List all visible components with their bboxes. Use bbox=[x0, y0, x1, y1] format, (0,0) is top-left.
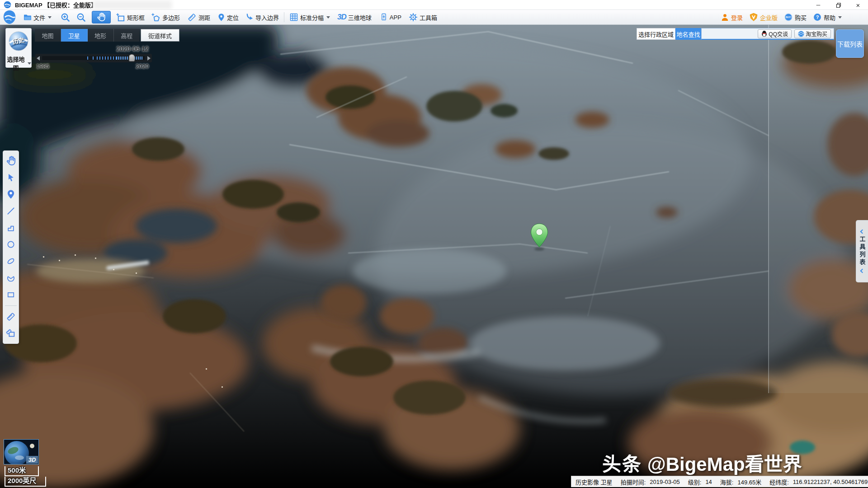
place-search-button[interactable]: 地名查找 bbox=[675, 28, 701, 40]
map-marker-pin[interactable] bbox=[529, 223, 550, 252]
question-icon: ? bbox=[813, 13, 822, 22]
choose-map-label[interactable]: 选择地图 bbox=[6, 55, 31, 72]
taobao-buy-button[interactable]: 淘宝购买 bbox=[794, 29, 831, 38]
enterprise-button[interactable]: 企业版 bbox=[748, 11, 779, 23]
globe-3d-button[interactable]: 3D 三维地球 bbox=[336, 11, 373, 23]
title-bar: BIGEMAP 【已授权：全能版】 ─ × bbox=[0, 0, 868, 10]
toolbox-button[interactable]: 工具箱 bbox=[407, 11, 439, 23]
locate-button[interactable]: 定位 bbox=[216, 11, 240, 23]
chevron-left-icon bbox=[860, 269, 864, 273]
rect-box-button[interactable]: 矩形框 bbox=[114, 11, 146, 23]
tool-circle[interactable] bbox=[5, 239, 17, 250]
tool-area-measure[interactable] bbox=[5, 328, 17, 339]
maximize-button[interactable] bbox=[828, 0, 848, 10]
select-arrow-icon bbox=[6, 173, 15, 182]
app-title: BIGEMAP 【已授权：全能版】 bbox=[15, 0, 97, 9]
phone-app-icon bbox=[380, 13, 388, 22]
zoom-out-button[interactable] bbox=[75, 11, 87, 23]
tab-terrain[interactable]: 地形 bbox=[88, 29, 114, 42]
slider-track[interactable] bbox=[42, 56, 145, 60]
tab-elevation[interactable]: 高程 bbox=[114, 29, 140, 42]
tool-arc[interactable] bbox=[5, 272, 17, 284]
scale-bar-imperial: 2000英尺 bbox=[5, 477, 46, 487]
app-download-button[interactable]: APP bbox=[378, 11, 403, 23]
standard-sheet-button[interactable]: 标准分幅 bbox=[288, 11, 331, 23]
buy-button[interactable]: BUY! 购买 bbox=[783, 11, 808, 23]
download-list-button[interactable]: 下载列表 bbox=[836, 29, 864, 58]
status-source: 历史影像 卫星 bbox=[576, 478, 613, 486]
file-menu[interactable]: 文件 bbox=[22, 11, 53, 23]
select-region-button[interactable]: 选择行政区域 bbox=[637, 28, 675, 40]
chevron-down-icon bbox=[326, 16, 330, 19]
tools-panel-tab[interactable]: 工具列表 bbox=[856, 220, 868, 282]
status-altitude-label: 海拔: bbox=[720, 478, 734, 486]
globe-3d-badge: 3D bbox=[26, 456, 38, 464]
map-canvas[interactable]: 历史 选择地图 地图 卫星 地形 高程 街道样式 2020-06-12 1985 bbox=[0, 25, 868, 488]
slider-next-icon[interactable] bbox=[147, 56, 151, 61]
buy-badge-icon: BUY! bbox=[784, 13, 793, 22]
redacted-blur bbox=[93, 0, 172, 9]
tool-polygon[interactable] bbox=[5, 222, 17, 234]
history-imagery-logo: 历史 bbox=[8, 30, 29, 52]
import-arrow-icon bbox=[245, 13, 254, 22]
status-altitude: 149.65米 bbox=[737, 478, 761, 486]
user-icon bbox=[721, 13, 729, 22]
measure-distance-button[interactable]: 测距 bbox=[186, 11, 212, 23]
folder-icon bbox=[24, 14, 32, 21]
help-menu[interactable]: ? 帮助 bbox=[811, 11, 843, 23]
tool-marker[interactable] bbox=[5, 188, 17, 200]
status-level-label: 级别: bbox=[688, 478, 702, 486]
arc-shape-icon bbox=[6, 273, 15, 282]
ruler-icon bbox=[187, 13, 197, 22]
main-toolbar: 文件 矩形框 多边形 测距 定位 导入边界 bbox=[0, 10, 868, 25]
3d-icon: 3D bbox=[337, 13, 346, 22]
status-coords: 116.91221237, 40.50461769 bbox=[793, 479, 868, 485]
tool-pan[interactable] bbox=[5, 155, 17, 167]
tool-rectangle[interactable] bbox=[5, 289, 17, 300]
polygon-button[interactable]: 多边形 bbox=[150, 11, 181, 23]
drawing-toolbar bbox=[3, 150, 19, 344]
tool-line[interactable] bbox=[5, 205, 17, 217]
gear-icon bbox=[409, 13, 418, 22]
pan-hand-icon bbox=[6, 155, 16, 166]
layer-tabs: 地图 卫星 地形 高程 bbox=[35, 29, 140, 42]
chevron-down-icon bbox=[28, 62, 31, 65]
tab-satellite[interactable]: 卫星 bbox=[61, 29, 87, 42]
close-icon: × bbox=[856, 1, 860, 9]
line-icon bbox=[6, 206, 15, 216]
slider-prev-icon[interactable] bbox=[37, 56, 40, 61]
qq-chat-button[interactable]: QQ交谈 bbox=[758, 29, 792, 38]
street-style-button[interactable]: 街道样式 bbox=[141, 29, 179, 42]
slider-tick bbox=[87, 56, 88, 60]
import-boundary-button[interactable]: 导入边界 bbox=[244, 11, 280, 23]
minimize-button[interactable]: ─ bbox=[808, 0, 828, 10]
zoom-out-icon bbox=[76, 13, 86, 22]
chevron-down-icon bbox=[48, 16, 52, 19]
location-pin-icon bbox=[217, 13, 225, 22]
timeline-slider[interactable] bbox=[35, 54, 152, 62]
slider-ticks-cluster bbox=[97, 56, 116, 60]
search-box: QQ交谈 淘宝购买 bbox=[701, 28, 834, 40]
status-level: 14 bbox=[705, 479, 712, 485]
search-input[interactable] bbox=[703, 29, 753, 38]
mini-globe-3d[interactable]: 3D bbox=[4, 439, 39, 465]
slider-handle[interactable] bbox=[129, 54, 135, 61]
pan-tool-button-active[interactable] bbox=[92, 11, 111, 23]
zoom-in-button[interactable] bbox=[59, 11, 71, 23]
close-button[interactable]: × bbox=[848, 0, 868, 10]
bigemap-logo-icon bbox=[4, 1, 11, 9]
status-capture-label: 拍摄时间: bbox=[621, 478, 646, 486]
map-source-selector[interactable]: 历史 选择地图 bbox=[5, 28, 32, 68]
ellipse-icon bbox=[6, 257, 15, 266]
login-button[interactable]: 登录 bbox=[719, 11, 744, 23]
rect-plus-icon bbox=[116, 13, 125, 22]
status-capture-date: 2019-03-05 bbox=[650, 479, 680, 485]
timeline-end-year: 2020 bbox=[136, 63, 149, 70]
tool-select[interactable] bbox=[5, 172, 17, 183]
tool-ellipse[interactable] bbox=[5, 255, 17, 267]
grid-icon bbox=[289, 13, 298, 22]
tab-map[interactable]: 地图 bbox=[35, 29, 61, 42]
ruler-icon bbox=[6, 312, 16, 322]
tool-measure[interactable] bbox=[5, 311, 17, 323]
bigemap-logo-large bbox=[2, 10, 17, 24]
